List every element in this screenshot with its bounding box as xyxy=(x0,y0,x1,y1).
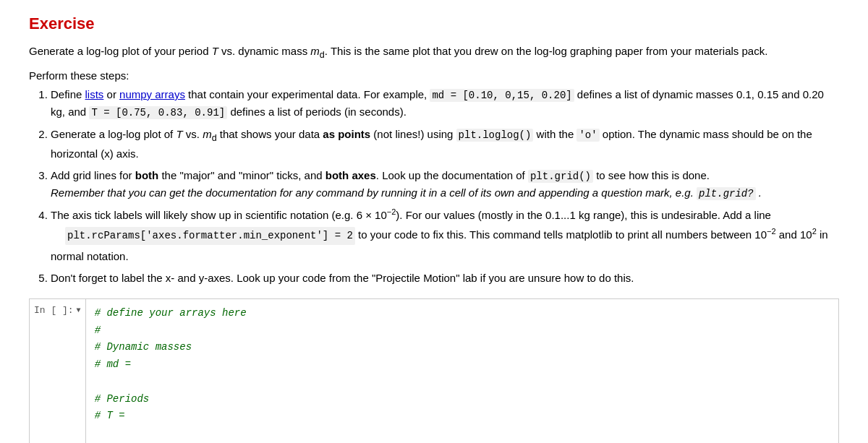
cell-label-text: In [ ]: xyxy=(34,305,74,316)
cell-expand-icon[interactable]: ▼ xyxy=(77,306,81,314)
step-2: Generate a log-log plot of T vs. md that… xyxy=(51,126,839,163)
code-line-4: # md = xyxy=(95,356,830,374)
intro-paragraph: Generate a log-log plot of your period T… xyxy=(29,43,839,62)
cell-code-area[interactable]: # define your arrays here # # Dynamic ma… xyxy=(86,299,838,443)
step3-code1: plt.grid() xyxy=(528,170,593,183)
lists-link[interactable]: lists xyxy=(85,88,104,100)
code-line-1: # define your arrays here xyxy=(95,305,830,322)
step2-code2: 'o' xyxy=(576,129,599,142)
cell-label: In [ ]: ▼ xyxy=(30,299,86,443)
code-line-7: # T = xyxy=(95,408,830,425)
step1-code2: T = [0.75, 0.83, 0.91] xyxy=(89,106,227,119)
code-line-6: # Periods xyxy=(95,391,830,408)
step-5: Don't forget to label the x- and y-axes.… xyxy=(51,270,839,287)
step2-code1: plt.loglog() xyxy=(456,129,534,142)
step3-code2: plt.grid? xyxy=(697,187,756,200)
step-4: The axis tick labels will likely show up… xyxy=(51,206,839,264)
steps-list: Define lists or numpy arrays that contai… xyxy=(29,86,839,287)
steps-header: Perform these steps: xyxy=(29,69,839,82)
step-1: Define lists or numpy arrays that contai… xyxy=(51,86,839,121)
step1-code1: md = [0.10, 0,15, 0.20] xyxy=(430,89,574,102)
step4-code1: plt.rcParams['axes.formatter.min_exponen… xyxy=(65,227,355,244)
page-container: Exercise Generate a log-log plot of your… xyxy=(0,0,868,443)
code-cell[interactable]: In [ ]: ▼ # define your arrays here # # … xyxy=(29,298,839,443)
numpy-arrays-link[interactable]: numpy arrays xyxy=(119,88,185,100)
step-3: Add grid lines for both the "major" and … xyxy=(51,167,839,202)
step3-note: Remember that you can get the documentat… xyxy=(51,186,762,199)
code-line-8 xyxy=(95,425,830,442)
code-line-3: # Dynamic masses xyxy=(95,339,830,356)
code-line-5 xyxy=(95,374,830,391)
exercise-title: Exercise xyxy=(29,14,839,33)
code-line-2: # xyxy=(95,322,830,340)
